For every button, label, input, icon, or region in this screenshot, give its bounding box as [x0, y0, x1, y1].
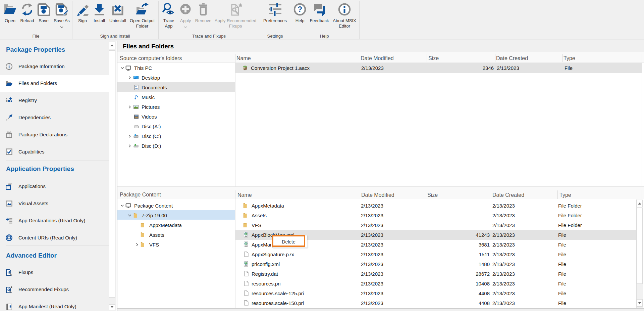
svg-text:?: ? — [298, 5, 302, 14]
